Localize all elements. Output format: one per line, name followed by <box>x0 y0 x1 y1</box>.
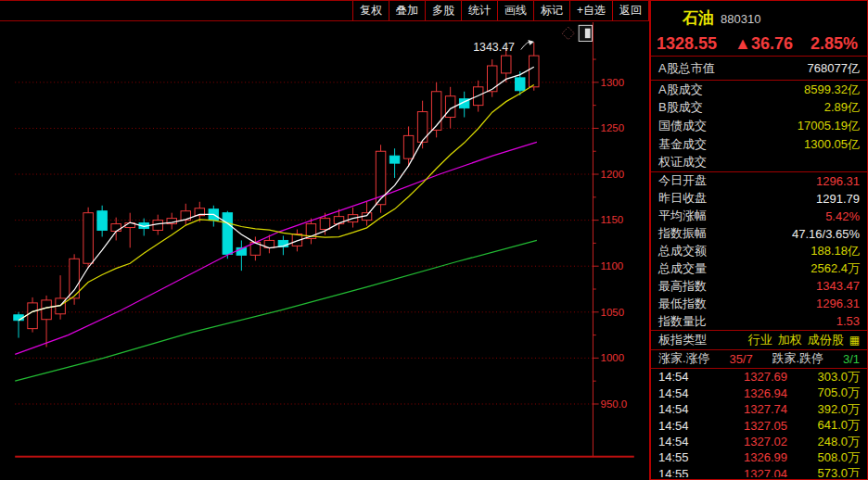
index-stat-value: 1343.47 <box>816 279 860 293</box>
tick-row: 14:551327.04573.0万 <box>651 465 867 477</box>
tick-time: 14:54 <box>658 370 707 384</box>
board-option-constituent[interactable]: 成份股 <box>808 333 844 347</box>
diamond-marker-icon <box>562 27 574 39</box>
market-cap-value: 768077亿 <box>808 60 860 77</box>
toolbar: 复权叠加多股统计画线标记+自选返回 <box>0 0 649 21</box>
index-stat-value: 5.42% <box>825 209 860 223</box>
tick-price: 1326.94 <box>707 386 787 400</box>
axis-tick-label: 1000 <box>601 352 624 363</box>
board-option-industry[interactable]: 行业 <box>748 333 772 347</box>
candle-up <box>28 303 37 329</box>
candle-down <box>516 78 525 91</box>
price-change: ▲36.76 <box>734 34 793 54</box>
index-stat-label: 指数振幅 <box>658 225 707 242</box>
stock-name: 石油 <box>683 9 714 27</box>
tick-time: 14:54 <box>658 402 707 416</box>
tick-list[interactable]: 14:541327.69303.0万14:541326.94705.0万14:5… <box>651 369 867 477</box>
index-stat-value: 1.53 <box>836 314 860 328</box>
advancers-value: 35/7 <box>729 352 752 366</box>
tick-price: 1327.74 <box>707 402 787 416</box>
index-stat-label: 平均涨幅 <box>658 208 707 224</box>
toolbar-button-7[interactable]: 返回 <box>612 1 649 20</box>
turnover-value: 8599.32亿 <box>804 82 860 98</box>
candle-up <box>487 66 496 92</box>
tick-row: 14:541327.05641.0万 <box>651 417 867 433</box>
last-price: 1328.55 <box>657 34 717 54</box>
turnover-row: 基金成交1300.05亿 <box>651 135 867 154</box>
tick-time: 14:55 <box>658 450 707 464</box>
toolbar-button-4[interactable]: 画线 <box>497 1 534 20</box>
tick-row: 14:541327.69303.0万 <box>651 369 867 385</box>
market-cap-label: A股总市值 <box>658 60 715 77</box>
index-stat-value: 47.16/3.65% <box>792 227 860 241</box>
candle-down <box>97 211 107 231</box>
index-stat-label: 指数量比 <box>658 313 707 330</box>
candle-up <box>431 92 440 131</box>
toolbar-button-3[interactable]: 统计 <box>461 1 498 20</box>
index-stat-row: 总成交额188.18亿 <box>651 243 867 260</box>
candle-up <box>320 219 329 230</box>
axis-tick-label: 1300 <box>601 77 624 88</box>
market-cap-row: A股总市值 768077亿 <box>651 57 867 81</box>
index-stat-row: 最高指数1343.47 <box>651 277 867 295</box>
tick-volume: 573.0万 <box>787 465 860 477</box>
tick-time: 14:55 <box>658 467 707 477</box>
turnover-label: 权证成交 <box>658 154 707 171</box>
board-option-weighted[interactable]: 加权 <box>778 333 802 347</box>
index-stat-label: 最低指数 <box>658 296 707 312</box>
tick-price: 1327.02 <box>707 435 787 448</box>
tick-time: 14:54 <box>658 435 707 448</box>
axis-tick-label: 950.0 <box>601 398 628 410</box>
turnover-label: B股成交 <box>658 99 703 116</box>
axis-tick-label: 1100 <box>601 260 624 272</box>
index-stat-value: 1296.31 <box>816 297 860 310</box>
tick-row: 14:541326.94705.0万 <box>651 385 867 400</box>
index-stat-row: 指数量比1.53 <box>651 312 867 330</box>
candle-up <box>153 221 162 231</box>
ma-line-yellow <box>19 84 534 320</box>
turnover-label: 基金成交 <box>658 136 707 153</box>
quote-panel: 石油880310 1328.55 ▲36.76 2.85% A股总市值 7680… <box>649 0 868 480</box>
turnover-value: 2.89亿 <box>824 99 860 116</box>
toolbar-button-6[interactable]: +自选 <box>569 1 613 20</box>
tick-row: 14:541327.74392.0万 <box>651 401 867 417</box>
toolbar-button-0[interactable]: 复权 <box>352 1 389 20</box>
tick-row: 14:541327.02248.0万 <box>651 434 867 449</box>
grid-view-icon[interactable]: ▦ <box>849 334 860 347</box>
index-stat-value: 1291.79 <box>816 192 860 206</box>
index-stat-label: 昨日收盘 <box>658 190 707 207</box>
axis-tick-label: 1250 <box>601 122 624 133</box>
index-stat-value: 2562.4万 <box>811 260 860 277</box>
kline-chart[interactable]: 1300125012001150110010501000950.01343.47 <box>0 22 649 480</box>
toolbar-button-1[interactable]: 叠加 <box>389 1 426 20</box>
index-stat-row: 指数振幅47.16/3.65% <box>651 225 867 243</box>
decliners-value: 3/1 <box>843 352 860 366</box>
quote-header: 石油880310 1328.55 ▲36.76 2.85% <box>651 1 867 57</box>
index-stat-row: 今日开盘1296.31 <box>651 172 867 190</box>
price-change-pct: 2.85% <box>811 34 858 54</box>
tick-volume: 303.0万 <box>787 369 860 385</box>
turnover-value: 1300.05亿 <box>804 136 860 153</box>
stock-code: 880310 <box>721 12 760 26</box>
toolbar-button-2[interactable]: 多股 <box>425 1 462 20</box>
candle-up <box>42 300 51 320</box>
toolbar-button-5[interactable]: 标记 <box>533 1 570 20</box>
tick-volume: 705.0万 <box>787 385 860 401</box>
board-type-options: 行业加权成份股▦ <box>743 332 860 348</box>
tick-price: 1326.99 <box>707 450 787 464</box>
index-stat-label: 最高指数 <box>658 278 707 295</box>
candle-up <box>111 224 121 232</box>
board-type-label: 板指类型 <box>658 332 707 348</box>
candle-down <box>223 213 232 255</box>
index-stat-label: 总成交额 <box>658 243 707 259</box>
ma-line-white <box>19 67 534 321</box>
index-stat-row: 总成交量2562.4万 <box>651 259 867 277</box>
index-stats-section: 今日开盘1296.31昨日收盘1291.79平均涨幅5.42%指数振幅47.16… <box>651 172 867 331</box>
app-window: 复权叠加多股统计画线标记+自选返回 1300125012001150110010… <box>0 0 868 480</box>
decliners-label: 跌家.跌停 <box>772 350 824 367</box>
board-type-row: 板指类型 行业加权成份股▦ <box>651 331 867 350</box>
index-stat-row: 昨日收盘1291.79 <box>651 190 867 208</box>
annotation-arrowhead <box>528 40 534 45</box>
index-stat-label: 今日开盘 <box>658 172 707 189</box>
candle-up <box>403 135 413 158</box>
